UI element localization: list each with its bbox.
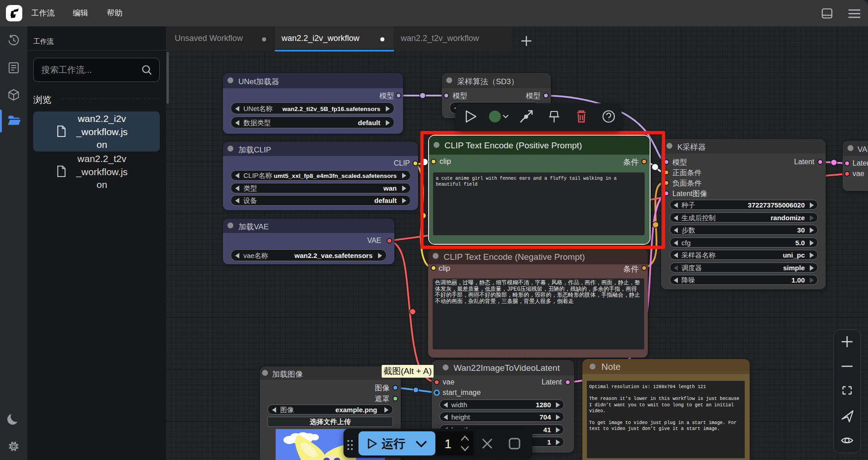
svg-text:1: 1 — [444, 437, 452, 451]
svg-text:运行: 运行 — [381, 437, 405, 450]
